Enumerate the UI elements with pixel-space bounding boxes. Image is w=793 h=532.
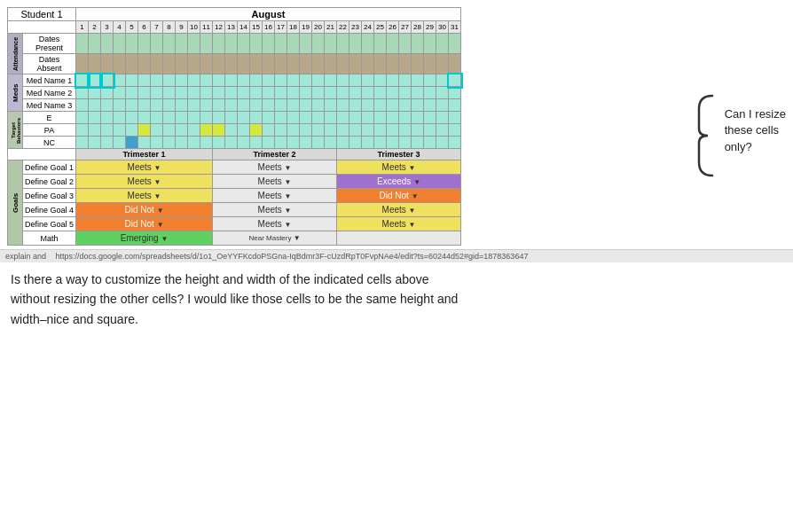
tb-e-label: E <box>23 112 76 124</box>
spreadsheet-area: Student 1 August 1 2 3 4 5 6 7 8 9 10 <box>0 0 793 249</box>
annotation-area: Can I resize these cells only? <box>695 7 786 246</box>
goal-5-label: Define Goal 5 <box>23 217 76 231</box>
med-name-3-label: Med Name 3 <box>23 99 76 112</box>
goal-4-label: Define Goal 4 <box>23 203 76 217</box>
goal-math-row: Math Emerging ▼ Near Mastery ▼ <box>8 231 461 246</box>
explain-text: explain and <box>5 252 46 261</box>
dates-absent-row: DatesAbsent <box>8 54 461 74</box>
goal-1-label: Define Goal 1 <box>23 160 76 175</box>
tb-nc-label: NC <box>23 137 76 149</box>
student-label: Student 1 <box>8 8 76 21</box>
goal-2-row: Define Goal 2 Meets ▼ Meets ▼ Exceeds ▼ <box>8 175 461 189</box>
attendance-section-label: Attendance <box>8 34 23 74</box>
day-1: 1 <box>76 21 89 34</box>
med-name-2-row: Med Name 2 <box>8 87 461 99</box>
trimester-2-label: Trimester 2 <box>213 149 337 160</box>
tb-e-row: TargetBehaviors E <box>8 112 461 124</box>
url-bar: explain and https://docs.google.com/spre… <box>0 249 793 262</box>
day-numbers-row: 1 2 3 4 5 6 7 8 9 10 11 12 13 14 15 16 1 <box>8 21 461 34</box>
annotation-text: Can I resize these cells only? <box>725 106 786 155</box>
sheet-wrapper: Student 1 August 1 2 3 4 5 6 7 8 9 10 <box>7 7 695 246</box>
main-container: Student 1 August 1 2 3 4 5 6 7 8 9 10 <box>0 0 793 336</box>
dates-absent-label: DatesAbsent <box>23 54 76 74</box>
med-name-2-label: Med Name 2 <box>23 87 76 99</box>
med-name-1-row: Meds Med Name 1 <box>8 74 461 87</box>
main-table: Student 1 August 1 2 3 4 5 6 7 8 9 10 <box>7 7 461 246</box>
goal-5-row: Define Goal 5 Did Not ▼ Meets ▼ Meets ▼ <box>8 217 461 231</box>
goal-3-row: Define Goal 3 Meets ▼ Meets ▼ Did Not ▼ <box>8 189 461 203</box>
trimester-1-label: Trimester 1 <box>76 149 213 160</box>
bottom-description: Is there a way to customize the height a… <box>0 262 793 336</box>
med-name-3-row: Med Name 3 <box>8 99 461 112</box>
tb-nc-row: NC <box>8 137 461 149</box>
august-header-row: Student 1 August <box>8 8 461 21</box>
goal-4-row: Define Goal 4 Did Not ▼ Meets ▼ Meets ▼ <box>8 203 461 217</box>
url-text: https://docs.google.com/spreadsheets/d/1… <box>56 252 529 261</box>
goals-trimester-header: Trimester 1 Trimester 2 Trimester 3 <box>8 149 461 160</box>
goals-section-label: Goals <box>8 160 23 246</box>
med-name-1-label: Med Name 1 <box>23 74 76 87</box>
meds-section-label: Meds <box>8 74 23 112</box>
dates-present-row: Attendance DatesPresent <box>8 34 461 54</box>
goal-2-label: Define Goal 2 <box>23 175 76 189</box>
tb-section-label: TargetBehaviors <box>8 112 23 149</box>
goal-math-label: Math <box>23 231 76 246</box>
brace-svg <box>695 91 721 180</box>
month-label: August <box>76 8 461 21</box>
goal-3-label: Define Goal 3 <box>23 189 76 203</box>
tb-pa-row: PA <box>8 124 461 137</box>
trimester-3-label: Trimester 3 <box>337 149 461 160</box>
tb-pa-label: PA <box>23 124 76 137</box>
dates-present-label: DatesPresent <box>23 34 76 54</box>
goal-1-row: Goals Define Goal 1 Meets ▼ Meets ▼ Meet… <box>8 160 461 175</box>
